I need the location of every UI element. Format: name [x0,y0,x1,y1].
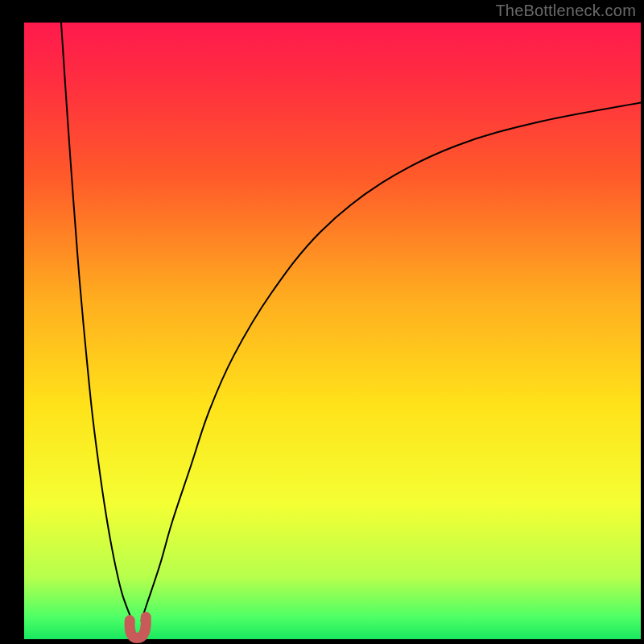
watermark-text: TheBottleneck.com [495,2,636,20]
gradient-background [24,23,641,639]
svg-point-1 [125,615,135,625]
chart-stage: TheBottleneck.com [0,0,644,644]
bottleneck-chart [0,0,644,644]
svg-point-2 [141,612,151,622]
